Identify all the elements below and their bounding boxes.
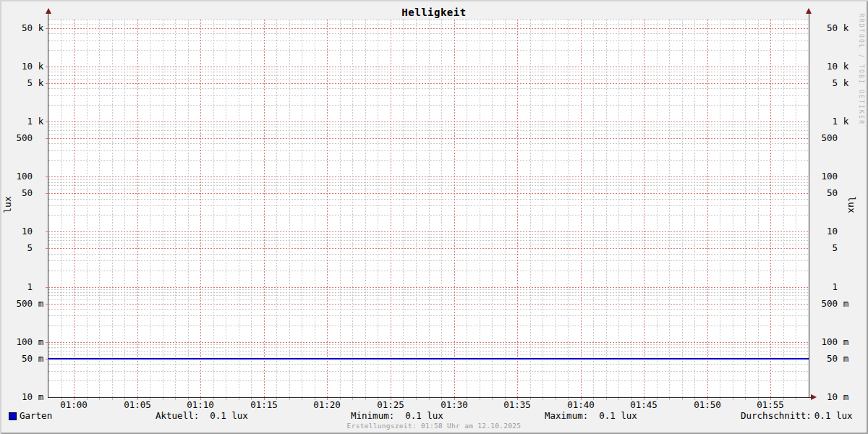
x-axis-tick xyxy=(289,398,290,400)
grid-line-v-minor xyxy=(226,20,226,397)
grid-line-v-minor xyxy=(213,20,214,397)
x-axis-label: 01:35 xyxy=(494,400,540,410)
grid-line-v-major xyxy=(264,20,265,397)
grid-line-v-major xyxy=(581,20,582,397)
y-axis-label: 10 xyxy=(816,226,843,237)
x-axis-label: 01:20 xyxy=(304,400,350,410)
y-axis-tick xyxy=(46,138,48,139)
grid-line-v-minor xyxy=(112,20,113,397)
grid-line-v-minor xyxy=(441,20,442,397)
y-axis-title-right: lux xyxy=(846,196,857,213)
grid-line-v-minor xyxy=(87,20,88,397)
grid-line-v-major xyxy=(74,20,75,397)
grid-line-v-minor xyxy=(783,20,784,397)
x-axis-label: 01:55 xyxy=(747,400,793,410)
y-axis-label: 50 xyxy=(11,188,38,198)
x-axis-tick xyxy=(416,398,417,400)
stat-maximum: Maximum:0.1 lux xyxy=(545,411,637,421)
x-axis-label: 01:25 xyxy=(367,400,414,410)
y-axis-label: 1 k xyxy=(11,116,43,127)
x-axis-tick xyxy=(593,398,594,400)
x-axis-tick xyxy=(226,398,226,400)
x-axis-tick xyxy=(631,398,632,400)
y-axis-label: 100 m xyxy=(816,337,848,347)
grid-line-v-minor xyxy=(416,20,417,397)
stat-aktuell-value: 0.1 lux xyxy=(210,410,248,421)
x-axis-tick xyxy=(124,398,125,400)
grid-line-v-minor xyxy=(593,20,594,397)
x-axis-tick xyxy=(264,398,265,400)
grid-line-v-major xyxy=(327,20,328,397)
x-axis-label: 01:15 xyxy=(241,400,287,410)
y-axis-left xyxy=(48,14,48,398)
x-axis-tick xyxy=(644,398,644,400)
x-axis-tick xyxy=(352,398,353,400)
y-axis-label: 50 m xyxy=(816,354,848,364)
y-axis-label: 500 xyxy=(11,133,38,143)
y-axis-label: 10 m xyxy=(816,392,848,402)
x-axis-tick xyxy=(758,398,759,400)
grid-line-v-minor xyxy=(745,20,746,397)
y-axis-label: 100 xyxy=(816,171,843,182)
grid-line-v-major xyxy=(391,20,391,397)
y-axis-tick xyxy=(46,287,48,288)
x-axis-tick xyxy=(542,398,543,400)
x-axis-tick xyxy=(251,398,252,400)
grid-line-v-major xyxy=(707,20,708,397)
grid-line-v-minor xyxy=(720,20,720,397)
rrdtool-graph: Helligkeit lux lux RRDTOOL / TOBI OETIKE… xyxy=(0,0,868,434)
x-axis-tick xyxy=(87,398,88,400)
x-axis-label: 01:05 xyxy=(114,400,161,410)
grid-line-v-minor xyxy=(492,20,493,397)
grid-line-v-minor xyxy=(163,20,163,397)
y-axis-tick xyxy=(46,231,48,232)
x-axis-tick xyxy=(112,398,113,400)
x-axis-tick xyxy=(618,398,619,400)
grid-line-v-minor xyxy=(694,20,695,397)
y-axis-label: 50 xyxy=(816,188,843,198)
x-axis-tick xyxy=(327,398,328,400)
grid-line-v-minor xyxy=(289,20,290,397)
x-axis-tick xyxy=(315,398,315,400)
grid-line-v-minor xyxy=(175,20,176,397)
y-axis-label: 500 m xyxy=(816,299,848,309)
grid-line-v-major xyxy=(770,20,771,397)
grid-line-v-minor xyxy=(733,20,733,397)
grid-line-v-minor xyxy=(251,20,252,397)
x-axis-tick xyxy=(150,398,150,400)
x-axis-tick xyxy=(720,398,720,400)
x-axis-tick xyxy=(707,398,708,400)
y-axis-label: 50 m xyxy=(11,354,43,364)
grid-line-v-minor xyxy=(618,20,619,397)
y-axis-label: 10 xyxy=(11,226,38,237)
x-axis-tick xyxy=(682,398,683,400)
y-axis-tick xyxy=(46,83,48,84)
grid-line-v-minor xyxy=(568,20,569,397)
grid-line-v-minor xyxy=(542,20,543,397)
y-axis-label: 5 k xyxy=(816,78,848,88)
y-axis-right xyxy=(809,14,809,398)
y-axis-label: 5 xyxy=(816,243,843,253)
grid-line-v-minor xyxy=(276,20,277,397)
x-axis-label: 01:50 xyxy=(684,400,731,410)
grid-line-v-minor xyxy=(796,20,796,397)
grid-line-v-major xyxy=(454,20,455,397)
y-axis-label: 100 m xyxy=(11,337,43,347)
x-axis-tick xyxy=(302,398,302,400)
x-axis-tick xyxy=(391,398,391,400)
grid-line-v-minor xyxy=(606,20,607,397)
y-axis-label: 10 k xyxy=(816,61,848,72)
x-axis-tick xyxy=(163,398,163,400)
grid-line-v-minor xyxy=(758,20,759,397)
y-axis-label: 100 xyxy=(11,171,38,182)
y-axis-title-left: lux xyxy=(2,196,13,213)
stat-minimum-value: 0.1 lux xyxy=(405,410,443,421)
grid-line-v-major xyxy=(644,20,644,397)
grid-line-v-minor xyxy=(365,20,366,397)
x-axis-tick xyxy=(61,398,62,400)
grid-line-v-minor xyxy=(302,20,302,397)
legend-series-name: Garten xyxy=(20,411,52,421)
x-axis-tick xyxy=(733,398,733,400)
x-axis-tick xyxy=(239,398,239,400)
footer-timestamp: Erstellungszeit: 01:58 Uhr am 12.10.2025 xyxy=(347,422,522,430)
